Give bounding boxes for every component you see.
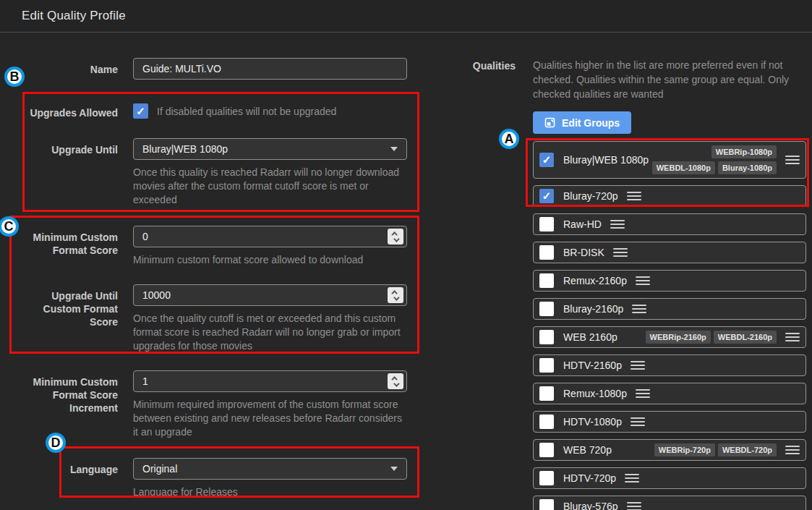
quality-label: HDTV-2160p [563,360,622,371]
qualities-section: Qualities Qualities higher in the list a… [463,58,806,510]
quality-tag: WEBRip-1080p [711,145,777,158]
quality-tag: WEBDL-1080p [652,161,715,174]
quality-checkbox[interactable] [539,386,554,401]
quality-row[interactable]: Bluray-576p [533,496,806,510]
quality-list: Bluray|WEB 1080p WEBRip-1080p WEBDL-1080… [533,141,806,510]
drag-handle-icon[interactable] [785,156,800,164]
modal-title: Edit Quality Profile [22,9,126,23]
upgrades-allowed-checkbox[interactable] [133,103,148,119]
quality-label: BR-DISK [563,247,604,258]
quality-checkbox[interactable] [539,245,554,260]
drag-handle-icon[interactable] [631,361,645,370]
quality-row[interactable]: Bluray|WEB 1080p WEBRip-1080p WEBDL-1080… [533,141,806,179]
quality-row[interactable]: Raw-HD [533,213,806,235]
quality-row[interactable]: WEB 2160p WEBRip-2160p WEBDL-2160p [533,326,806,348]
quality-tags: WEBRip-720p WEBDL-720p [654,442,777,458]
drag-handle-icon[interactable] [627,502,641,510]
quality-row[interactable]: Remux-1080p [533,383,806,404]
drag-handle-icon[interactable] [785,333,800,341]
quality-checkbox[interactable] [539,189,554,203]
quality-row[interactable]: HDTV-2160p [533,354,806,376]
quality-row[interactable]: Remux-2160p [533,270,806,292]
upgrade-until-row: Upgrade Until Bluray|WEB 1080p Once this… [22,138,409,207]
number-stepper-icon[interactable] [388,287,403,303]
upgrades-allowed-row: Upgrades Allowed If disabled qualities w… [22,101,409,119]
quality-tag: WEBDL-2160p [714,331,777,344]
language-select[interactable]: Original [133,458,407,480]
chevron-down-icon [390,467,398,471]
quality-checkbox[interactable] [539,443,554,457]
drag-handle-icon[interactable] [636,389,650,398]
name-label: Name [22,58,118,76]
drag-handle-icon[interactable] [631,417,645,426]
min-cf-score-increment-row: Minimum Custom Format Score Increment 1 … [22,370,409,439]
quality-tags: WEBRip-2160p WEBDL-2160p [646,329,777,345]
quality-row[interactable]: Bluray-2160p [533,298,806,320]
quality-row[interactable]: BR-DISK [533,242,806,263]
drag-handle-icon[interactable] [785,446,800,454]
quality-tags: WEBRip-1080p WEBDL-1080p Bluray-1080p [649,144,777,176]
quality-label: WEB 2160p [563,331,617,343]
min-cf-score-increment-help: Minimum required improvement of the cust… [133,398,407,439]
quality-row[interactable]: HDTV-720p [533,467,806,489]
upgrade-until-select[interactable]: Bluray|WEB 1080p [133,138,407,160]
quality-tag: Bluray-1080p [718,161,777,174]
min-cf-score-increment-label: Minimum Custom Format Score Increment [22,370,118,415]
quality-row[interactable]: WEB 720p WEBRip-720p WEBDL-720p [533,439,806,461]
language-label: Language [22,458,118,476]
min-cf-score-input[interactable]: 0 [133,226,407,247]
drag-handle-icon[interactable] [636,276,650,285]
edit-quality-profile-modal: Edit Quality Profile Name Guide: MULTi.V… [0,0,812,510]
upgrade-until-cf-score-value: 10000 [142,289,171,301]
edit-groups-icon [544,117,555,128]
min-cf-score-increment-value: 1 [142,375,148,387]
quality-checkbox[interactable] [539,471,554,485]
drag-handle-icon[interactable] [627,192,641,200]
quality-label: Remux-1080p [563,388,627,399]
annotation-badge-c: C [0,216,19,237]
qualities-label: Qualities [463,58,516,72]
drag-handle-icon[interactable] [632,305,646,313]
edit-groups-button[interactable]: Edit Groups [533,111,631,134]
drag-handle-icon[interactable] [625,474,639,483]
quality-checkbox[interactable] [539,153,554,167]
upgrades-allowed-label: Upgrades Allowed [22,101,118,119]
quality-tag: WEBDL-720p [718,443,777,456]
quality-label: Bluray-2160p [563,303,623,315]
min-cf-score-row: Minimum Custom Format Score 0 Minimum cu… [22,226,409,267]
quality-label: Bluray-576p [563,501,618,510]
quality-label: Remux-2160p [563,275,627,286]
edit-groups-button-label: Edit Groups [562,117,620,129]
quality-label: Bluray-720p [563,190,618,202]
chevron-down-icon [390,147,398,151]
upgrade-until-help: Once this quality is reached Radarr will… [133,166,407,207]
quality-row[interactable]: HDTV-1080p [533,411,806,433]
quality-checkbox[interactable] [539,330,554,344]
drag-handle-icon[interactable] [610,220,625,229]
upgrade-until-cf-score-input[interactable]: 10000 [133,284,407,306]
quality-checkbox[interactable] [539,415,554,429]
name-input[interactable]: Guide: MULTi.VO [133,58,407,80]
min-cf-score-value: 0 [142,231,148,242]
quality-checkbox[interactable] [539,273,554,288]
upgrades-allowed-caption: If disabled qualities will not be upgrad… [157,106,336,117]
quality-label: Raw-HD [563,218,602,230]
quality-label: Bluray|WEB 1080p [563,154,649,166]
quality-checkbox[interactable] [539,499,554,510]
language-row: Language Original Language for Releases [22,458,409,499]
number-stepper-icon[interactable] [388,373,403,389]
profile-form: Name Guide: MULTi.VO Upgrades Allowed If… [22,58,409,499]
upgrade-until-cf-score-help: Once the quality cutoff is met or exceed… [133,312,407,353]
quality-row[interactable]: Bluray-720p [533,185,806,207]
language-help: Language for Releases [133,485,407,499]
quality-checkbox[interactable] [539,358,554,373]
drag-handle-icon[interactable] [613,248,628,257]
min-cf-score-increment-input[interactable]: 1 [133,370,407,392]
upgrade-until-cf-score-row: Upgrade Until Custom Format Score 10000 … [22,284,409,353]
quality-label: HDTV-1080p [563,416,622,428]
modal-header: Edit Quality Profile [0,0,812,33]
quality-checkbox[interactable] [539,217,554,231]
quality-tag: WEBRip-720p [654,443,715,456]
quality-checkbox[interactable] [539,302,554,316]
number-stepper-icon[interactable] [388,229,403,245]
